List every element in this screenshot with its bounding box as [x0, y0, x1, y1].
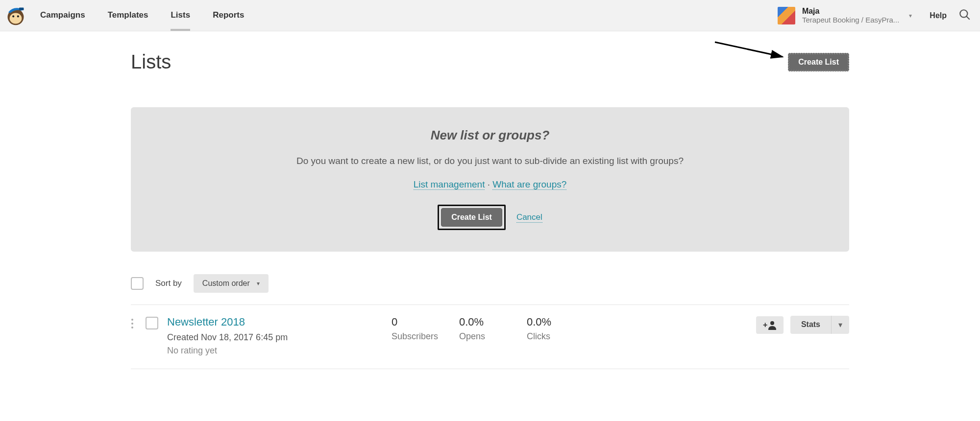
cancel-link[interactable]: Cancel [516, 212, 542, 223]
create-list-button-panel[interactable]: Create List [441, 208, 502, 227]
list-title[interactable]: Newsletter 2018 [167, 316, 383, 328]
top-nav: Campaigns Templates Lists Reports Maja T… [0, 0, 980, 31]
list-rating: No rating yet [167, 346, 383, 356]
chevron-down-icon: ▾ [838, 321, 842, 329]
drag-handle-icon[interactable] [131, 316, 137, 331]
stat-subscribers: 0 Subscribers [392, 316, 450, 342]
account-sub: Terapeut Booking / EasyPra... [802, 16, 899, 24]
list-row: Newsletter 2018 Created Nov 18, 2017 6:4… [131, 304, 849, 369]
nav-campaigns[interactable]: Campaigns [40, 0, 85, 31]
link-what-are-groups[interactable]: What are groups? [492, 179, 566, 190]
subscribers-label: Subscribers [392, 331, 450, 342]
opens-label: Opens [459, 331, 518, 342]
nav-reports[interactable]: Reports [213, 0, 244, 31]
create-list-button-top[interactable]: Create List [788, 53, 849, 71]
panel-links: List management · What are groups? [150, 179, 830, 190]
help-link[interactable]: Help [930, 11, 947, 20]
link-list-management[interactable]: List management [414, 179, 485, 190]
add-person-icon: + [763, 320, 777, 330]
sort-row: Sort by Custom order ▾ [131, 274, 849, 304]
svg-point-2 [12, 15, 14, 17]
account-menu[interactable]: Maja Terapeut Booking / EasyPra... ▾ [778, 6, 912, 24]
row-main: Newsletter 2018 Created Nov 18, 2017 6:4… [167, 316, 383, 356]
row-actions: + Stats ▾ [756, 316, 849, 334]
page: Lists Create List New list or groups? Do… [130, 31, 850, 369]
nav-links: Campaigns Templates Lists Reports [40, 0, 244, 31]
stats-dropdown[interactable]: ▾ [831, 316, 849, 334]
annotation-arrow [714, 40, 787, 65]
page-header: Lists Create List [131, 31, 849, 80]
search-icon[interactable] [958, 8, 971, 23]
add-subscriber-button[interactable]: + [756, 316, 784, 334]
svg-line-7 [715, 42, 783, 57]
svg-point-10 [131, 327, 133, 328]
svg-point-8 [131, 319, 133, 321]
chevron-down-icon: ▾ [257, 280, 260, 287]
clicks-value: 0.0% [527, 316, 586, 328]
sort-label: Sort by [155, 279, 182, 288]
panel-heading: New list or groups? [150, 128, 830, 143]
brand-logo[interactable] [5, 5, 26, 26]
stats-button[interactable]: Stats [790, 316, 831, 334]
row-checkbox[interactable] [146, 317, 158, 329]
highlight-box: Create List [438, 205, 506, 230]
avatar [778, 7, 795, 24]
select-all-checkbox[interactable] [131, 277, 144, 290]
stat-opens: 0.0% Opens [459, 316, 518, 342]
svg-text:+: + [763, 321, 767, 329]
opens-value: 0.0% [459, 316, 518, 328]
stat-clicks: 0.0% Clicks [527, 316, 586, 342]
clicks-label: Clicks [527, 331, 586, 342]
account-name: Maja [802, 6, 899, 16]
svg-point-3 [17, 15, 19, 17]
svg-line-6 [966, 16, 970, 20]
nav-lists[interactable]: Lists [171, 0, 190, 31]
svg-point-9 [131, 323, 133, 325]
svg-point-1 [10, 13, 22, 23]
nav-templates[interactable]: Templates [108, 0, 148, 31]
separator: · [485, 179, 492, 189]
page-title: Lists [131, 51, 171, 73]
subscribers-value: 0 [392, 316, 450, 328]
svg-point-12 [770, 321, 774, 325]
sort-selected: Custom order [202, 279, 250, 288]
panel-actions: Create List Cancel [150, 205, 830, 230]
account-text: Maja Terapeut Booking / EasyPra... [802, 6, 899, 24]
panel-body: Do you want to create a new list, or do … [150, 156, 830, 166]
list-created: Created Nov 18, 2017 6:45 pm [167, 332, 383, 343]
svg-point-5 [960, 10, 967, 17]
sort-select[interactable]: Custom order ▾ [194, 274, 269, 293]
chevron-down-icon: ▾ [909, 12, 912, 19]
stats-split-button: Stats ▾ [790, 316, 849, 334]
info-panel: New list or groups? Do you want to creat… [131, 107, 849, 252]
svg-rect-4 [19, 7, 24, 10]
